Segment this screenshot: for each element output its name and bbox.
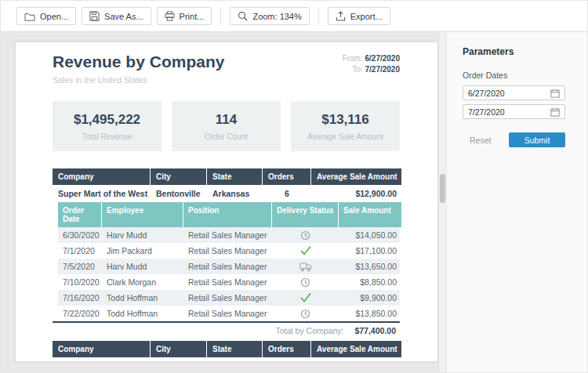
from-label: From: <box>343 54 363 63</box>
delivery-status-icon <box>272 262 339 272</box>
delivery-status-icon <box>272 277 339 288</box>
printer-icon <box>165 11 175 21</box>
column-header-state: State <box>207 341 263 357</box>
order-date-to-input[interactable]: 7/27/2020 <box>463 104 565 119</box>
company-group-1: Company City State Orders Average Sale A… <box>53 168 400 338</box>
vertical-scrollbar[interactable] <box>438 32 446 372</box>
zoom-button[interactable]: Zoom: 134% <box>230 7 309 25</box>
export-icon <box>336 11 346 21</box>
column-header-state: State <box>207 168 263 185</box>
order-row: 7/22/2020 Todd Hoffman Retail Sales Mana… <box>58 306 400 321</box>
toolbar: Open... Save As... Print... Zoom: 134% E… <box>1 1 587 32</box>
order-employee: Todd Hoffman <box>102 293 183 302</box>
print-button-label: Print... <box>180 12 205 21</box>
company-row: Electronics Depot Atlanta Georgia 5 $14,… <box>53 357 400 362</box>
order-employee: Harv Mudd <box>102 262 183 271</box>
column-header-sale-amount: Sale Amount <box>339 202 401 227</box>
save-as-button[interactable]: Save As... <box>82 7 151 25</box>
calendar-icon[interactable] <box>550 107 560 117</box>
order-employee: Jim Packard <box>102 246 183 255</box>
order-count-value: 114 <box>172 112 281 128</box>
order-date-from-value: 6/27/2020 <box>468 89 505 98</box>
column-header-average-sale-amount: Average Sale Amount <box>311 168 401 185</box>
order-position: Retail Sales Manager <box>183 246 272 255</box>
order-count-label: Order Count <box>172 132 281 141</box>
order-date: 7/1/2020 <box>58 246 102 255</box>
parameters-panel-title: Parameters <box>463 46 565 57</box>
order-position: Retail Sales Manager <box>183 277 272 287</box>
order-date-from-input[interactable]: 6/27/2020 <box>463 85 565 100</box>
magnifier-icon <box>238 11 248 21</box>
company-average-sale-amount: $14,255.60 <box>311 361 401 362</box>
viewer-content-area: Revenue by Company Sales in the United S… <box>1 32 587 372</box>
column-header-delivery-status: Delivery Status <box>272 202 339 227</box>
group-total-label: Total by Company: <box>275 326 343 335</box>
order-count-card: 114 Order Count <box>172 101 281 151</box>
company-city: Bentonville <box>151 189 207 198</box>
column-header-order-date: Order Date <box>58 202 102 227</box>
column-header-orders: Orders <box>263 168 311 185</box>
order-sale-amount: $9,900.00 <box>339 293 401 302</box>
open-button[interactable]: Open... <box>16 7 76 25</box>
order-date-to-value: 7/27/2020 <box>468 107 505 117</box>
order-employee: Clark Morgan <box>102 277 183 287</box>
order-employee: Harv Mudd <box>102 230 183 240</box>
company-table-header: Company City State Orders Average Sale A… <box>53 341 400 357</box>
company-name: Super Mart of the West <box>53 189 151 198</box>
parameters-panel: Parameters Order Dates 6/27/2020 7/27/20… <box>446 32 587 372</box>
detail-table-header: Order Date Employee Position Delivery St… <box>58 202 400 227</box>
order-position: Retail Sales Manager <box>183 230 272 240</box>
report-page: Revenue by Company Sales in the United S… <box>15 42 438 362</box>
submit-button[interactable]: Submit <box>509 132 565 147</box>
group-total-row: Total by Company: $77,400.00 <box>53 323 400 338</box>
column-header-average-sale-amount: Average Sale Amount <box>311 341 401 357</box>
document-preview-area: Revenue by Company Sales in the United S… <box>1 32 438 372</box>
order-date: 6/30/2020 <box>58 230 102 240</box>
order-row: 7/16/2020 Todd Hoffman Retail Sales Mana… <box>58 290 400 306</box>
order-sale-amount: $13,650.00 <box>339 262 401 271</box>
calendar-icon[interactable] <box>550 89 560 98</box>
reset-button[interactable]: Reset <box>470 136 491 145</box>
parameters-actions: Reset Submit <box>463 132 565 147</box>
toolbar-separator <box>318 8 319 25</box>
to-value: 7/27/2020 <box>365 65 401 74</box>
order-row: 7/10/2020 Clark Morgan Retail Sales Mana… <box>58 274 400 290</box>
order-sale-amount: $14,050.00 <box>339 230 401 240</box>
delivery-status-icon <box>272 246 339 255</box>
report-header: Revenue by Company Sales in the United S… <box>53 52 400 85</box>
open-folder-icon <box>24 12 35 21</box>
to-label: To: <box>352 65 362 74</box>
average-sale-value: $13,116 <box>291 112 400 128</box>
order-row: 7/5/2020 Harv Mudd Retail Sales Manager … <box>58 259 400 274</box>
report-title: Revenue by Company <box>53 52 224 72</box>
print-button[interactable]: Print... <box>157 7 212 25</box>
order-date: 7/5/2020 <box>58 262 102 271</box>
order-detail-table: Order Date Employee Position Delivery St… <box>58 202 400 321</box>
order-date: 7/16/2020 <box>58 293 102 302</box>
delivery-status-icon <box>272 309 339 319</box>
column-header-employee: Employee <box>102 202 183 227</box>
company-city: Atlanta <box>151 361 207 362</box>
column-header-city: City <box>151 341 207 357</box>
save-icon <box>89 11 100 21</box>
export-button-label: Export... <box>350 12 383 21</box>
order-position: Retail Sales Manager <box>183 262 272 271</box>
summary-cards: $1,495,222 Total Revenue 114 Order Count… <box>53 101 400 151</box>
company-orders: 6 <box>263 189 311 198</box>
order-row: 7/1/2020 Jim Packard Retail Sales Manage… <box>58 243 400 259</box>
order-position: Retail Sales Manager <box>183 293 272 302</box>
column-header-position: Position <box>183 202 272 227</box>
column-header-company: Company <box>53 168 151 185</box>
from-value: 6/27/2020 <box>365 54 401 63</box>
company-average-sale-amount: $12,900.00 <box>311 189 401 198</box>
open-button-label: Open... <box>40 12 68 21</box>
column-header-city: City <box>151 168 207 185</box>
export-button[interactable]: Export... <box>328 7 390 25</box>
toolbar-separator <box>220 8 221 25</box>
company-group-2: Company City State Orders Average Sale A… <box>53 341 400 362</box>
order-row: 6/30/2020 Harv Mudd Retail Sales Manager… <box>58 227 400 243</box>
scrollbar-thumb[interactable] <box>440 174 445 203</box>
order-sale-amount: $17,100.00 <box>339 246 401 255</box>
delivery-status-icon <box>272 293 339 302</box>
average-sale-card: $13,116 Average Sale Amount <box>291 101 400 151</box>
